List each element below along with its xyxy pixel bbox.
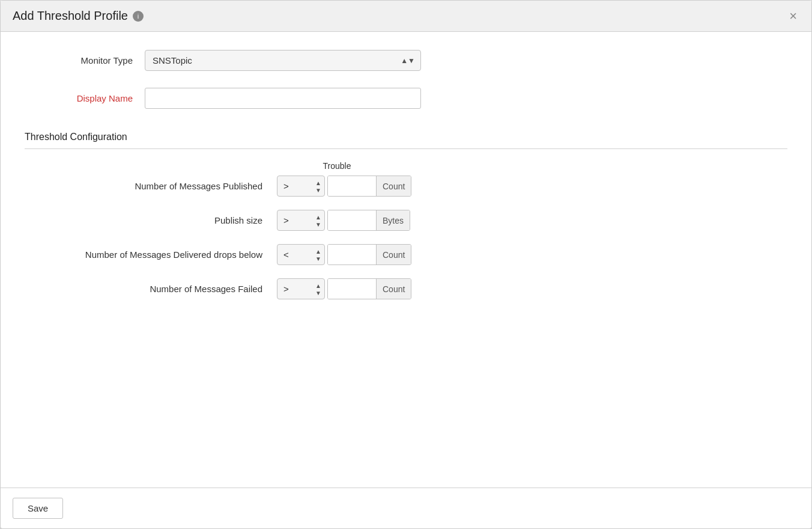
publish-size-label: Publish size [25,215,277,225]
save-button[interactable]: Save [13,498,63,519]
publish-size-unit: Bytes [376,210,410,230]
info-icon[interactable]: i [133,11,144,22]
messages-failed-operator-wrapper: > < >= <= = ▲▼ [277,278,325,299]
messages-delivered-label: Number of Messages Delivered drops below [25,249,277,260]
publish-size-controls: > < >= <= = ▲▼ Bytes [277,210,410,231]
messages-delivered-operator-select[interactable]: < > >= <= = [277,244,325,265]
messages-failed-value-wrap: Count [327,278,411,299]
section-title: Threshold Configuration [25,126,787,142]
add-threshold-profile-modal: Add Threshold Profile i × Monitor Type S… [0,0,812,529]
table-row: Number of Messages Published > < >= <= =… [25,176,787,197]
monitor-type-label: Monitor Type [25,55,145,66]
messages-failed-unit: Count [376,279,411,299]
monitor-type-select-wrapper: SNSTopic ▲▼ [145,50,421,71]
table-row: Publish size > < >= <= = ▲▼ [25,210,787,231]
close-button[interactable]: × [787,10,799,23]
messages-published-label: Number of Messages Published [25,181,277,191]
modal-title: Add Threshold Profile [13,9,128,23]
messages-delivered-value-input[interactable] [328,245,376,264]
trouble-header: Trouble [277,161,397,171]
display-name-label: Display Name [25,93,145,103]
messages-failed-label: Number of Messages Failed [25,284,277,294]
display-name-row: Display Name [25,88,787,109]
monitor-type-control: SNSTopic ▲▼ [145,50,421,71]
display-name-control [145,88,421,109]
monitor-type-select[interactable]: SNSTopic [145,50,421,71]
publish-size-value-input[interactable] [328,210,376,230]
messages-failed-value-input[interactable] [328,279,376,299]
messages-delivered-controls: < > >= <= = ▲▼ Count [277,244,411,265]
messages-delivered-value-wrap: Count [327,244,411,265]
messages-delivered-operator-wrapper: < > >= <= = ▲▼ [277,244,325,265]
messages-published-value-input[interactable] [328,176,376,196]
table-row: Number of Messages Delivered drops below… [25,244,787,265]
modal-title-area: Add Threshold Profile i [13,9,144,23]
table-row: Number of Messages Failed > < >= <= = ▲▼ [25,278,787,299]
section-divider [25,148,787,149]
modal-footer: Save [1,488,811,528]
publish-size-value-wrap: Bytes [327,210,410,231]
modal-body: Monitor Type SNSTopic ▲▼ Display Name Th… [1,32,811,488]
monitor-type-row: Monitor Type SNSTopic ▲▼ [25,50,787,71]
messages-published-operator-wrapper: > < >= <= = ▲▼ [277,176,325,197]
messages-delivered-unit: Count [376,245,411,264]
messages-failed-operator-select[interactable]: > < >= <= = [277,278,325,299]
messages-published-controls: > < >= <= = ▲▼ Count [277,176,411,197]
modal-header: Add Threshold Profile i × [1,1,811,32]
messages-published-unit: Count [376,176,411,196]
display-name-input[interactable] [145,88,421,109]
publish-size-operator-select[interactable]: > < >= <= = [277,210,325,231]
threshold-header-row: Trouble [25,161,787,171]
threshold-config-section: Threshold Configuration Trouble Number o… [25,126,787,299]
messages-failed-controls: > < >= <= = ▲▼ Count [277,278,411,299]
publish-size-operator-wrapper: > < >= <= = ▲▼ [277,210,325,231]
messages-published-value-wrap: Count [327,176,411,197]
messages-published-operator-select[interactable]: > < >= <= = [277,176,325,197]
